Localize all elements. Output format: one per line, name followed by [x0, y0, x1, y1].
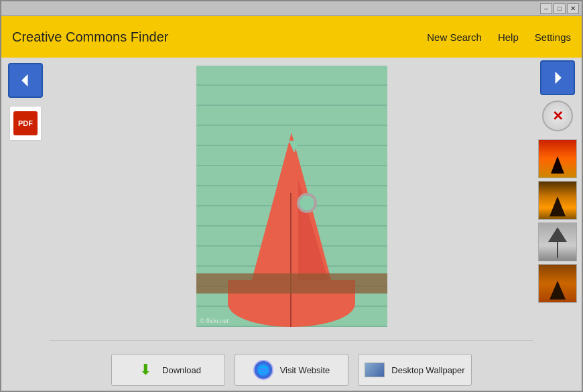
visit-website-button[interactable]: 🌐 Visit Website: [235, 354, 348, 386]
new-search-link[interactable]: New Search: [427, 31, 482, 43]
title-bar: – □ ✕: [1, 1, 582, 16]
sail-split: [290, 193, 292, 327]
image-area: © flickr.net: [50, 58, 533, 335]
minimize-button[interactable]: –: [540, 3, 552, 14]
header: Creative Commons Finder New Search Help …: [1, 16, 582, 58]
settings-link[interactable]: Settings: [535, 31, 571, 43]
forward-arrow-icon: [548, 68, 567, 87]
bottom-bar: ⬇ Download 🌐 Visit Website Desktop Wallp…: [50, 346, 533, 392]
maximize-button[interactable]: □: [554, 3, 566, 14]
back-button[interactable]: [8, 63, 43, 98]
thumb1-bg: [539, 140, 576, 178]
close-x-icon: ✕: [552, 108, 564, 124]
boat-composite: [224, 153, 359, 327]
thumb1-trunk: [557, 167, 559, 174]
download-button[interactable]: ⬇ Download: [111, 354, 225, 386]
center-column: © flickr.net ⬇ Download 🌐 Visit Website …: [50, 58, 533, 392]
svg-marker-0: [21, 74, 27, 87]
close-button[interactable]: ✕: [567, 3, 579, 14]
floor-line: [196, 273, 387, 293]
main-area: PDF: [1, 58, 582, 392]
porthole: [297, 193, 317, 213]
thumb4-tree: [549, 281, 566, 300]
watermark: © flickr.net: [200, 318, 229, 324]
pdf-icon: PDF: [13, 111, 38, 135]
desktop-wallpaper-button[interactable]: Desktop Wallpaper: [358, 354, 472, 386]
back-arrow-icon: [16, 71, 35, 90]
header-nav: New Search Help Settings: [427, 31, 571, 43]
thumb3-tree-top: [548, 227, 567, 242]
wallpaper-icon: [365, 363, 385, 377]
forward-button[interactable]: [540, 60, 575, 95]
right-sidebar: ✕: [533, 58, 582, 392]
close-image-button[interactable]: ✕: [542, 101, 573, 131]
thumbnail-2[interactable]: [538, 181, 577, 220]
image-divider: [50, 340, 533, 341]
desktop-wallpaper-label: Desktop Wallpaper: [391, 365, 464, 375]
svg-marker-1: [556, 72, 562, 84]
app-title: Creative Commons Finder: [12, 29, 427, 45]
thumb4-bg: [539, 265, 576, 302]
thumb2-bg: [539, 182, 576, 219]
thumbnail-3[interactable]: [538, 222, 577, 261]
thumb3-bg: [539, 223, 576, 261]
visit-website-label: Visit Website: [280, 365, 330, 375]
left-sidebar: PDF: [1, 58, 50, 392]
thumbnail-1[interactable]: [538, 139, 577, 178]
thumbnail-4[interactable]: [538, 264, 577, 303]
download-icon: ⬇: [135, 360, 155, 380]
help-link[interactable]: Help: [498, 31, 519, 43]
download-label: Download: [162, 365, 201, 375]
pdf-button[interactable]: PDF: [9, 106, 42, 141]
thumb2-tree: [549, 196, 566, 216]
main-image: © flickr.net: [196, 66, 387, 327]
globe-icon: 🌐: [253, 360, 273, 380]
